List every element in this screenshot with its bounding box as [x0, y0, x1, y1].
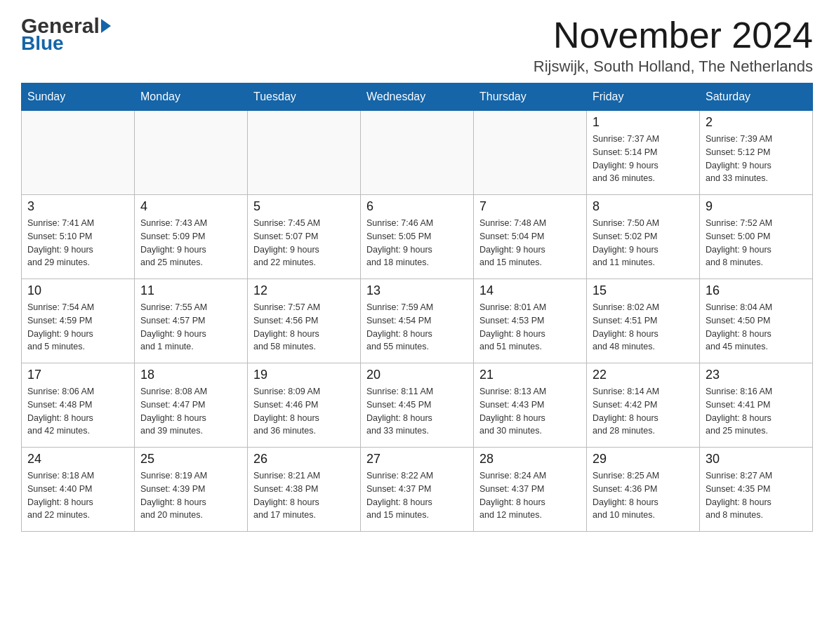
day-number: 27: [366, 452, 468, 467]
table-row: 15Sunrise: 8:02 AM Sunset: 4:51 PM Dayli…: [587, 279, 700, 363]
title-area: November 2024 Rijswijk, South Holland, T…: [534, 14, 813, 76]
day-info: Sunrise: 8:24 AM Sunset: 4:37 PM Dayligh…: [479, 469, 581, 522]
day-info: Sunrise: 8:18 AM Sunset: 4:40 PM Dayligh…: [27, 469, 128, 522]
col-friday: Friday: [587, 83, 700, 111]
day-number: 7: [479, 199, 581, 214]
table-row: 13Sunrise: 7:59 AM Sunset: 4:54 PM Dayli…: [361, 279, 474, 363]
day-info: Sunrise: 7:57 AM Sunset: 4:56 PM Dayligh…: [253, 301, 355, 354]
table-row: 26Sunrise: 8:21 AM Sunset: 4:38 PM Dayli…: [248, 448, 361, 532]
day-number: 11: [140, 283, 241, 298]
table-row: 25Sunrise: 8:19 AM Sunset: 4:39 PM Dayli…: [135, 448, 248, 532]
logo-arrow-icon: [101, 19, 111, 33]
day-number: 24: [27, 452, 128, 467]
day-info: Sunrise: 8:09 AM Sunset: 4:46 PM Dayligh…: [253, 385, 355, 438]
day-number: 15: [593, 283, 694, 298]
calendar-week-row: 10Sunrise: 7:54 AM Sunset: 4:59 PM Dayli…: [22, 279, 813, 363]
day-number: 16: [706, 283, 807, 298]
col-thursday: Thursday: [474, 83, 587, 111]
col-saturday: Saturday: [700, 83, 813, 111]
day-info: Sunrise: 8:16 AM Sunset: 4:41 PM Dayligh…: [706, 385, 807, 438]
table-row: 30Sunrise: 8:27 AM Sunset: 4:35 PM Dayli…: [700, 448, 813, 532]
logo-blue-text: Blue: [21, 32, 64, 55]
table-row: 23Sunrise: 8:16 AM Sunset: 4:41 PM Dayli…: [700, 363, 813, 448]
day-number: 23: [706, 368, 807, 382]
day-info: Sunrise: 7:43 AM Sunset: 5:09 PM Dayligh…: [140, 217, 241, 269]
table-row: 6Sunrise: 7:46 AM Sunset: 5:05 PM Daylig…: [361, 195, 474, 279]
day-number: 5: [253, 199, 355, 214]
day-info: Sunrise: 7:50 AM Sunset: 5:02 PM Dayligh…: [593, 217, 694, 269]
page-header: General Blue November 2024 Rijswijk, Sou…: [21, 14, 813, 76]
day-number: 6: [366, 199, 468, 214]
day-number: 20: [366, 368, 468, 382]
table-row: 18Sunrise: 8:08 AM Sunset: 4:47 PM Dayli…: [135, 363, 248, 448]
col-sunday: Sunday: [22, 83, 135, 111]
calendar-week-row: 24Sunrise: 8:18 AM Sunset: 4:40 PM Dayli…: [22, 448, 813, 532]
table-row: 9Sunrise: 7:52 AM Sunset: 5:00 PM Daylig…: [700, 195, 813, 279]
day-number: 30: [706, 452, 807, 467]
table-row: [22, 111, 135, 195]
col-wednesday: Wednesday: [361, 83, 474, 111]
location-subtitle: Rijswijk, South Holland, The Netherlands: [534, 58, 813, 76]
day-number: 19: [253, 368, 355, 382]
table-row: 20Sunrise: 8:11 AM Sunset: 4:45 PM Dayli…: [361, 363, 474, 448]
day-info: Sunrise: 7:55 AM Sunset: 4:57 PM Dayligh…: [140, 301, 241, 354]
table-row: 22Sunrise: 8:14 AM Sunset: 4:42 PM Dayli…: [587, 363, 700, 448]
day-number: 2: [706, 115, 807, 130]
logo: General Blue: [21, 14, 111, 55]
calendar-table: Sunday Monday Tuesday Wednesday Thursday…: [21, 83, 813, 532]
day-info: Sunrise: 7:54 AM Sunset: 4:59 PM Dayligh…: [27, 301, 128, 354]
day-info: Sunrise: 8:04 AM Sunset: 4:50 PM Dayligh…: [706, 301, 807, 354]
day-info: Sunrise: 7:46 AM Sunset: 5:05 PM Dayligh…: [366, 217, 468, 269]
table-row: 29Sunrise: 8:25 AM Sunset: 4:36 PM Dayli…: [587, 448, 700, 532]
day-info: Sunrise: 7:45 AM Sunset: 5:07 PM Dayligh…: [253, 217, 355, 269]
day-info: Sunrise: 8:14 AM Sunset: 4:42 PM Dayligh…: [593, 385, 694, 438]
month-title: November 2024: [534, 14, 813, 56]
day-number: 21: [479, 368, 581, 382]
table-row: 12Sunrise: 7:57 AM Sunset: 4:56 PM Dayli…: [248, 279, 361, 363]
table-row: 7Sunrise: 7:48 AM Sunset: 5:04 PM Daylig…: [474, 195, 587, 279]
day-info: Sunrise: 7:41 AM Sunset: 5:10 PM Dayligh…: [27, 217, 128, 269]
day-number: 18: [140, 368, 241, 382]
calendar-week-row: 17Sunrise: 8:06 AM Sunset: 4:48 PM Dayli…: [22, 363, 813, 448]
day-info: Sunrise: 8:27 AM Sunset: 4:35 PM Dayligh…: [706, 469, 807, 522]
table-row: [135, 111, 248, 195]
table-row: 14Sunrise: 8:01 AM Sunset: 4:53 PM Dayli…: [474, 279, 587, 363]
day-info: Sunrise: 8:25 AM Sunset: 4:36 PM Dayligh…: [593, 469, 694, 522]
day-number: 22: [593, 368, 694, 382]
table-row: 28Sunrise: 8:24 AM Sunset: 4:37 PM Dayli…: [474, 448, 587, 532]
table-row: 1Sunrise: 7:37 AM Sunset: 5:14 PM Daylig…: [587, 111, 700, 195]
day-info: Sunrise: 8:21 AM Sunset: 4:38 PM Dayligh…: [253, 469, 355, 522]
day-info: Sunrise: 7:52 AM Sunset: 5:00 PM Dayligh…: [706, 217, 807, 269]
day-info: Sunrise: 8:01 AM Sunset: 4:53 PM Dayligh…: [479, 301, 581, 354]
day-number: 1: [593, 115, 694, 130]
table-row: 3Sunrise: 7:41 AM Sunset: 5:10 PM Daylig…: [22, 195, 135, 279]
day-number: 9: [706, 199, 807, 214]
day-info: Sunrise: 7:48 AM Sunset: 5:04 PM Dayligh…: [479, 217, 581, 269]
table-row: 19Sunrise: 8:09 AM Sunset: 4:46 PM Dayli…: [248, 363, 361, 448]
col-monday: Monday: [135, 83, 248, 111]
calendar-header-row: Sunday Monday Tuesday Wednesday Thursday…: [22, 83, 813, 111]
day-number: 25: [140, 452, 241, 467]
table-row: 2Sunrise: 7:39 AM Sunset: 5:12 PM Daylig…: [700, 111, 813, 195]
day-number: 28: [479, 452, 581, 467]
day-info: Sunrise: 7:59 AM Sunset: 4:54 PM Dayligh…: [366, 301, 468, 354]
day-info: Sunrise: 8:02 AM Sunset: 4:51 PM Dayligh…: [593, 301, 694, 354]
day-info: Sunrise: 8:13 AM Sunset: 4:43 PM Dayligh…: [479, 385, 581, 438]
day-number: 12: [253, 283, 355, 298]
calendar-week-row: 3Sunrise: 7:41 AM Sunset: 5:10 PM Daylig…: [22, 195, 813, 279]
day-info: Sunrise: 8:22 AM Sunset: 4:37 PM Dayligh…: [366, 469, 468, 522]
day-number: 29: [593, 452, 694, 467]
table-row: 24Sunrise: 8:18 AM Sunset: 4:40 PM Dayli…: [22, 448, 135, 532]
day-info: Sunrise: 8:19 AM Sunset: 4:39 PM Dayligh…: [140, 469, 241, 522]
table-row: 27Sunrise: 8:22 AM Sunset: 4:37 PM Dayli…: [361, 448, 474, 532]
table-row: 17Sunrise: 8:06 AM Sunset: 4:48 PM Dayli…: [22, 363, 135, 448]
day-number: 17: [27, 368, 128, 382]
day-number: 3: [27, 199, 128, 214]
day-info: Sunrise: 7:39 AM Sunset: 5:12 PM Dayligh…: [706, 133, 807, 185]
table-row: 21Sunrise: 8:13 AM Sunset: 4:43 PM Dayli…: [474, 363, 587, 448]
day-number: 26: [253, 452, 355, 467]
day-number: 8: [593, 199, 694, 214]
day-info: Sunrise: 8:06 AM Sunset: 4:48 PM Dayligh…: [27, 385, 128, 438]
table-row: 16Sunrise: 8:04 AM Sunset: 4:50 PM Dayli…: [700, 279, 813, 363]
day-info: Sunrise: 8:08 AM Sunset: 4:47 PM Dayligh…: [140, 385, 241, 438]
